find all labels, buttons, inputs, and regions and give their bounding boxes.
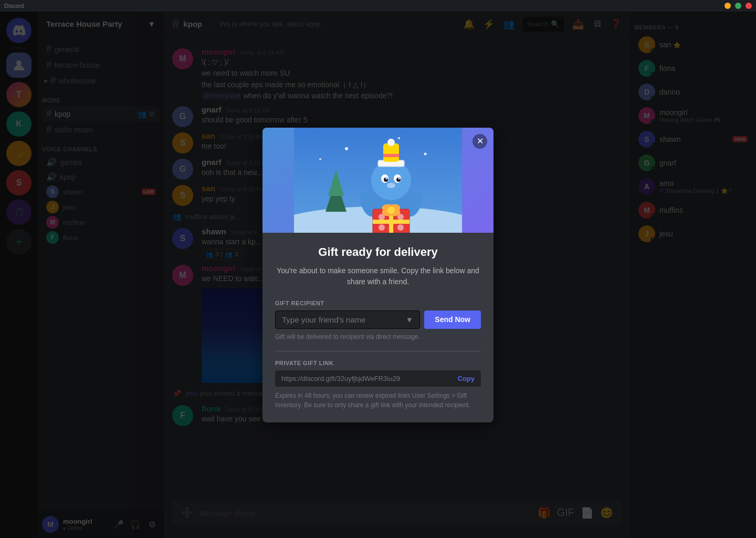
- gift-title: Gift ready for delivery: [275, 245, 481, 259]
- close-btn[interactable]: [746, 3, 752, 9]
- modal-overlay[interactable]: ✕: [0, 12, 756, 538]
- gift-link-row: https://discord.gift/32uyfjbjdWeFR3iu29 …: [275, 370, 481, 387]
- svg-point-8: [319, 158, 321, 160]
- gift-modal-illustration: ✕: [262, 128, 494, 233]
- titlebar-controls: [724, 3, 752, 9]
- svg-point-27: [379, 224, 385, 231]
- svg-rect-32: [373, 220, 410, 224]
- svg-point-17: [387, 183, 395, 188]
- gift-subtitle: You're about to make someone smile. Copy…: [275, 265, 481, 287]
- maximize-btn[interactable]: [735, 3, 741, 9]
- gift-recipient-row: Type your friend's name ▼ Send Now: [275, 311, 481, 329]
- gift-link-text: https://discord.gift/32uyfjbjdWeFR3iu29: [281, 375, 458, 382]
- svg-point-21: [387, 139, 395, 146]
- svg-point-30: [397, 224, 404, 231]
- minimize-btn[interactable]: [724, 3, 731, 9]
- gift-recipient-note: Gift will be delivered to recipient via …: [275, 333, 481, 340]
- svg-point-16: [398, 178, 400, 179]
- svg-point-5: [345, 147, 348, 150]
- svg-point-6: [398, 137, 400, 139]
- gift-link-label: PRIVATE GIFT LINK: [275, 360, 481, 366]
- recipient-dropdown-icon: ▼: [405, 315, 413, 324]
- gift-modal-body: Gift ready for delivery You're about to …: [262, 233, 494, 422]
- gift-modal: ✕: [262, 128, 494, 422]
- gift-copy-button[interactable]: Copy: [458, 375, 475, 382]
- gift-recipient-label: GIFT RECIPIENT: [275, 300, 481, 306]
- gift-expiry-text: Expires in 48 hours; you can renew expir…: [275, 391, 481, 410]
- gift-recipient-input[interactable]: Type your friend's name ▼: [275, 311, 420, 329]
- gift-illustration-svg: [294, 128, 462, 233]
- recipient-placeholder: Type your friend's name: [282, 315, 366, 324]
- svg-rect-20: [383, 154, 399, 157]
- svg-point-15: [386, 178, 387, 179]
- svg-rect-19: [383, 143, 399, 162]
- svg-point-35: [387, 206, 395, 214]
- titlebar-title: Discord: [4, 3, 24, 9]
- gift-send-button[interactable]: Send Now: [424, 311, 481, 329]
- svg-point-7: [424, 152, 427, 155]
- close-modal-button[interactable]: ✕: [472, 134, 487, 149]
- gift-section-divider: [275, 351, 481, 351]
- titlebar: Discord: [0, 0, 756, 12]
